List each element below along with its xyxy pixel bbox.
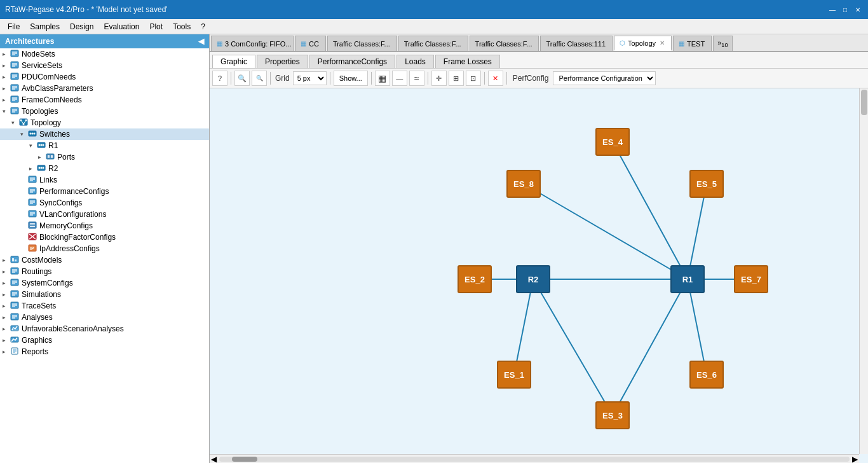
scrollbar-right[interactable] bbox=[859, 88, 868, 454]
tab-topology-close[interactable]: ✕ bbox=[660, 39, 665, 46]
tree-item-blockfactor[interactable]: BlockingFactorConfigs bbox=[0, 232, 209, 243]
tab-tc2[interactable]: Traffic Classes:F... bbox=[398, 36, 468, 51]
inner-tab-properties[interactable]: Properties bbox=[257, 55, 308, 68]
grid-view-button[interactable]: ▦ bbox=[375, 71, 390, 86]
tree-item-sysconfigs[interactable]: ▸SystemConfigs bbox=[0, 277, 209, 289]
sidebar-collapse-icon[interactable]: ◀ bbox=[198, 37, 204, 46]
tree-item-pducomneeds[interactable]: ▸PDUComNeeds bbox=[0, 71, 209, 83]
tree-item-topology[interactable]: ▾Topology bbox=[0, 117, 209, 128]
line-view-button[interactable]: — bbox=[392, 71, 407, 86]
menu-help[interactable]: ? bbox=[196, 21, 210, 32]
tree-item-avbclassparams[interactable]: ▸AvbClassParameters bbox=[0, 83, 209, 94]
sim-icon bbox=[10, 290, 20, 299]
tree-item-unfavorable[interactable]: ▸UnfavorableScenarioAnalyses bbox=[0, 323, 209, 335]
menu-file[interactable]: File bbox=[3, 21, 25, 32]
tree-item-ipconfigs[interactable]: IPIpAddressConfigs bbox=[0, 243, 209, 254]
tree-item-nodesets[interactable]: ▸NodeSets bbox=[0, 48, 209, 60]
zoom-out-button[interactable]: 🔍 bbox=[252, 71, 267, 86]
close-button[interactable]: ✕ bbox=[853, 4, 863, 15]
menu-samples[interactable]: Samples bbox=[25, 21, 65, 32]
tree-label-topology: Topology bbox=[31, 118, 61, 127]
tab-tc1[interactable]: Traffic Classes:F... bbox=[327, 36, 397, 51]
topo-node-ES_4[interactable]: ES_4 bbox=[595, 128, 630, 156]
unfav-icon bbox=[10, 324, 20, 333]
scroll-left-arrow[interactable]: ◀ bbox=[210, 455, 218, 464]
reports-icon bbox=[10, 347, 20, 356]
tab-test[interactable]: ▦ TEST bbox=[673, 36, 712, 51]
tab2-button[interactable]: ⊞ bbox=[449, 71, 464, 86]
tree-item-vlanconfigs[interactable]: VLanConfigurations bbox=[0, 209, 209, 220]
tree-item-servicesets[interactable]: ▸ServiceSets bbox=[0, 60, 209, 71]
tree-item-tracesets[interactable]: ▸TraceSets bbox=[0, 300, 209, 312]
tab3-button[interactable]: ⊡ bbox=[466, 71, 481, 86]
topo-node-ES_5[interactable]: ES_5 bbox=[689, 170, 724, 198]
tree-label-syncconfigs: SyncConfigs bbox=[39, 198, 82, 207]
tree-item-r2[interactable]: ▸R2 bbox=[0, 163, 209, 174]
tree-label-perfconfigs: PerformanceConfigs bbox=[39, 187, 109, 196]
tree-item-perfconfigs[interactable]: PerformanceConfigs bbox=[0, 186, 209, 197]
help-button[interactable]: ? bbox=[212, 71, 227, 86]
wave-button[interactable]: ≈ bbox=[409, 71, 424, 86]
topo-node-ES_8[interactable]: ES_8 bbox=[506, 170, 541, 198]
menu-plot[interactable]: Plot bbox=[144, 21, 168, 32]
tree-item-ports[interactable]: ▸Ports bbox=[0, 151, 209, 163]
menu-design[interactable]: Design bbox=[65, 21, 98, 32]
topo-node-ES_3[interactable]: ES_3 bbox=[595, 401, 630, 429]
tree-label-routings: Routings bbox=[22, 267, 51, 276]
tree-item-graphics[interactable]: ▸Graphics bbox=[0, 335, 209, 346]
grid-icon bbox=[10, 50, 20, 59]
tree-item-simulations[interactable]: ▸Simulations bbox=[0, 289, 209, 300]
tree-item-r1[interactable]: ▾R1 bbox=[0, 140, 209, 151]
crosshair-button[interactable]: ✛ bbox=[431, 71, 447, 86]
titlebar: RTaW-Pegase v4.2/Pro - * 'Model not yet … bbox=[0, 0, 868, 19]
tree-item-routings[interactable]: ▸Routings bbox=[0, 266, 209, 277]
delete-button[interactable]: ✕ bbox=[488, 71, 503, 86]
inner-tab-graphic[interactable]: Graphic bbox=[212, 55, 255, 68]
svg-rect-71 bbox=[15, 259, 17, 261]
tree-item-syncconfigs[interactable]: SyncConfigs bbox=[0, 197, 209, 209]
tab-topology-label: Topology bbox=[628, 39, 656, 47]
tree-item-links[interactable]: Links bbox=[0, 174, 209, 186]
svg-point-43 bbox=[41, 167, 43, 169]
tree-item-costmodels[interactable]: ▸CostModels bbox=[0, 254, 209, 266]
tree-arrow-sysconfigs: ▸ bbox=[3, 280, 10, 286]
tab-overflow[interactable]: »10 bbox=[713, 36, 732, 51]
scrollbar-bottom[interactable]: ◀ ▶ bbox=[210, 454, 859, 463]
main-layout: Architectures ◀ ▸NodeSets▸ServiceSets▸PD… bbox=[0, 34, 868, 463]
inner-tab-framelosses[interactable]: Frame Losses bbox=[435, 55, 500, 68]
show-button[interactable]: Show... bbox=[334, 71, 368, 86]
tree-item-memconfigs[interactable]: MemoryConfigs bbox=[0, 220, 209, 232]
maximize-button[interactable]: □ bbox=[840, 4, 850, 15]
toolbar-sep1 bbox=[231, 72, 231, 85]
inner-tab-perfconfigs[interactable]: PerformanceConfigs bbox=[309, 55, 395, 68]
menu-tools[interactable]: Tools bbox=[168, 21, 196, 32]
tree-item-analyses[interactable]: ▸Analyses bbox=[0, 312, 209, 323]
topo-node-R2[interactable]: R2 bbox=[516, 265, 550, 293]
tree-arrow-topology: ▾ bbox=[11, 120, 19, 126]
sys-icon bbox=[10, 279, 20, 287]
grid-select[interactable]: 5 px 1 px 2 px 10 px bbox=[293, 71, 327, 85]
minimize-button[interactable]: — bbox=[827, 4, 837, 15]
zoom-in-button[interactable]: 🔍 bbox=[234, 71, 250, 86]
topo-node-ES_7[interactable]: ES_7 bbox=[734, 265, 768, 293]
inner-tab-loads[interactable]: Loads bbox=[397, 55, 434, 68]
perf-select[interactable]: Performance Configuration bbox=[553, 71, 656, 85]
tab-comconfig[interactable]: ▦ 3 ComConfig: FIFO... bbox=[211, 36, 294, 51]
tab-cc[interactable]: ▦ CC bbox=[295, 36, 326, 51]
topo-node-ES_2[interactable]: ES_2 bbox=[458, 265, 492, 293]
tree-label-pducomneeds: PDUComNeeds bbox=[22, 73, 76, 81]
tab-tc4[interactable]: Traffic Classes:111 bbox=[540, 36, 613, 51]
tree-item-switches[interactable]: ▾Switches bbox=[0, 128, 209, 140]
tree-item-reports[interactable]: ▸Reports bbox=[0, 346, 209, 357]
topo-node-ES_6[interactable]: ES_6 bbox=[689, 361, 724, 389]
tab-tc3[interactable]: Traffic Classes:F... bbox=[470, 36, 539, 51]
topo-node-ES_1[interactable]: ES_1 bbox=[497, 361, 531, 389]
menu-evaluation[interactable]: Evaluation bbox=[98, 21, 144, 32]
tree-item-topologies[interactable]: ▾Topologies bbox=[0, 106, 209, 117]
topo-icon bbox=[19, 118, 29, 127]
grid-icon bbox=[10, 61, 20, 70]
scroll-right-arrow[interactable]: ▶ bbox=[851, 455, 859, 464]
tree-item-framecomneeds[interactable]: ▸FrameComNeeds bbox=[0, 94, 209, 106]
tab-topology[interactable]: ⬡ Topology ✕ bbox=[614, 36, 672, 51]
topo-node-R1[interactable]: R1 bbox=[670, 265, 705, 293]
